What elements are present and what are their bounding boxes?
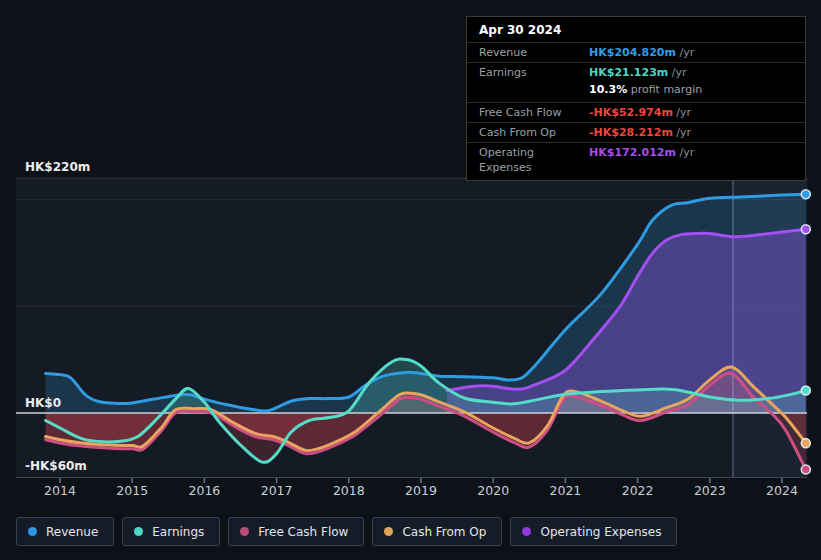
svg-text:2022: 2022 [622, 483, 654, 498]
profit-margin-text: profit margin [627, 83, 702, 96]
chart-tooltip: Apr 30 2024 Revenue HK$204.820m /yr Earn… [466, 16, 806, 181]
legend-label: Free Cash Flow [258, 525, 348, 539]
tooltip-unit: /yr [676, 146, 694, 159]
tooltip-label: Operating Expenses [479, 145, 589, 175]
tooltip-value: HK$172.012m [589, 146, 676, 159]
legend-item-cash-from-op[interactable]: Cash From Op [372, 517, 502, 546]
tooltip-unit: /yr [673, 126, 691, 139]
operating-expenses-dot-icon [522, 527, 531, 536]
svg-text:2016: 2016 [188, 483, 220, 498]
svg-text:2020: 2020 [477, 483, 509, 498]
svg-text:2015: 2015 [116, 483, 148, 498]
free-cash-flow-dot-icon [240, 527, 249, 536]
earnings-revenue-history-chart: HK$220mHK$0-HK$60m2014201520162017201820… [0, 0, 821, 560]
svg-text:2019: 2019 [405, 483, 437, 498]
svg-text:2018: 2018 [333, 483, 365, 498]
tooltip-unit: /yr [673, 106, 691, 119]
svg-text:2017: 2017 [261, 483, 293, 498]
svg-text:HK$220m: HK$220m [25, 160, 90, 174]
legend-label: Revenue [46, 525, 98, 539]
svg-text:2021: 2021 [549, 483, 581, 498]
cash-from-op-dot-icon [384, 527, 393, 536]
tooltip-value: -HK$52.974m [589, 106, 673, 119]
legend-item-free-cash-flow[interactable]: Free Cash Flow [228, 517, 364, 546]
revenue-dot-icon [28, 527, 37, 536]
legend-item-revenue[interactable]: Revenue [16, 517, 114, 546]
legend-label: Operating Expenses [540, 525, 661, 539]
tooltip-label: Cash From Op [479, 125, 589, 140]
tooltip-label: Revenue [479, 45, 589, 60]
legend-item-operating-expenses[interactable]: Operating Expenses [510, 517, 677, 546]
tooltip-date: Apr 30 2024 [467, 17, 805, 42]
svg-text:2023: 2023 [694, 483, 726, 498]
svg-text:-HK$60m: -HK$60m [25, 459, 87, 473]
legend-label: Earnings [152, 525, 204, 539]
svg-text:2014: 2014 [44, 483, 76, 498]
tooltip-value: -HK$28.212m [589, 126, 673, 139]
svg-text:2024: 2024 [766, 483, 798, 498]
chart-legend: Revenue Earnings Free Cash Flow Cash Fro… [16, 517, 677, 546]
tooltip-label: Earnings [479, 65, 589, 80]
tooltip-row-profit-margin: 10.3% profit margin [467, 82, 805, 102]
tooltip-value: HK$204.820m [589, 46, 676, 59]
tooltip-value: HK$21.123m [589, 66, 668, 79]
legend-label: Cash From Op [402, 525, 486, 539]
tooltip-row-cash-from-op: Cash From Op -HK$28.212m /yr [467, 122, 805, 142]
tooltip-row-revenue: Revenue HK$204.820m /yr [467, 42, 805, 62]
earnings-dot-icon [134, 527, 143, 536]
tooltip-row-earnings: Earnings HK$21.123m /yr [467, 62, 805, 82]
tooltip-row-free-cash-flow: Free Cash Flow -HK$52.974m /yr [467, 102, 805, 122]
tooltip-unit: /yr [676, 46, 694, 59]
tooltip-label: Free Cash Flow [479, 105, 589, 120]
svg-text:HK$0: HK$0 [25, 396, 61, 410]
profit-margin-value: 10.3% [589, 83, 627, 96]
tooltip-row-operating-expenses: Operating Expenses HK$172.012m /yr [467, 142, 805, 180]
tooltip-unit: /yr [668, 66, 686, 79]
legend-item-earnings[interactable]: Earnings [122, 517, 220, 546]
